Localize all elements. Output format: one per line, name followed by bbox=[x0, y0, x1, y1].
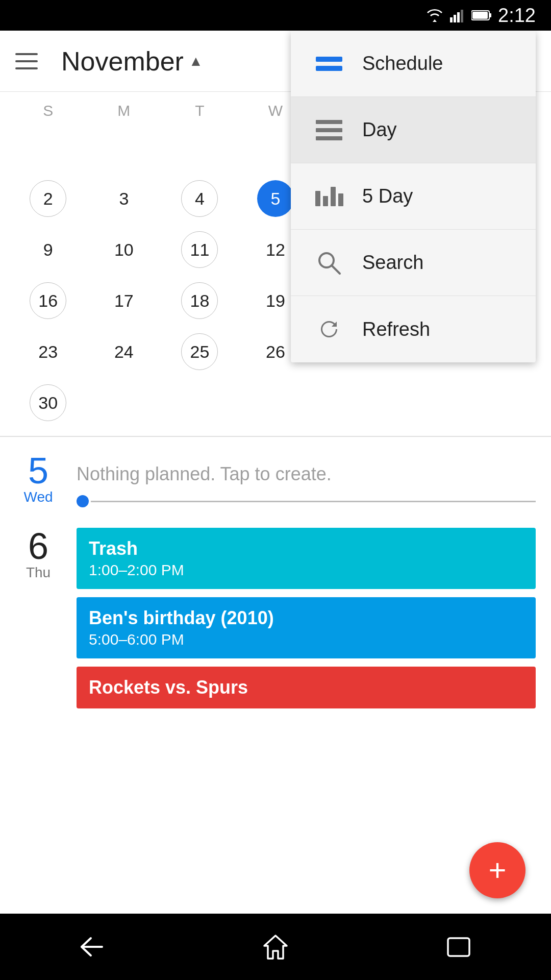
month-title: November bbox=[61, 46, 184, 77]
day-icon bbox=[311, 120, 347, 140]
fab-plus-icon: + bbox=[488, 855, 506, 886]
schedule-day6-num: 6 bbox=[15, 528, 61, 565]
time-line bbox=[91, 501, 536, 502]
cal-day-empty bbox=[313, 380, 389, 426]
svg-rect-6 bbox=[472, 12, 488, 19]
hamburger-line-3 bbox=[15, 67, 38, 69]
cal-day-18[interactable]: 18 bbox=[162, 278, 238, 324]
cal-day-2[interactable]: 2 bbox=[10, 176, 86, 222]
day-header-sun: S bbox=[10, 102, 86, 119]
hamburger-line-2 bbox=[15, 60, 38, 62]
cal-day-empty bbox=[465, 380, 541, 426]
schedule-day5-row: 5 Wed Nothing planned. Tap to create. bbox=[15, 437, 536, 512]
dropdown-day-label: Day bbox=[362, 119, 397, 141]
bottom-nav bbox=[0, 914, 551, 980]
day-header-tue: T bbox=[162, 102, 238, 119]
time-dot bbox=[77, 495, 89, 507]
status-time: 2:12 bbox=[498, 5, 536, 27]
cal-day-30[interactable]: 30 bbox=[10, 380, 86, 426]
event-card-trash[interactable]: Trash 1:00–2:00 PM bbox=[77, 528, 536, 589]
schedule-day5-content: Nothing planned. Tap to create. bbox=[77, 452, 536, 507]
cal-day-23[interactable]: 23 bbox=[10, 329, 86, 375]
dropdown-item-day[interactable]: Day bbox=[291, 97, 536, 163]
schedule-day5-num: 5 bbox=[15, 452, 61, 489]
schedule-section: 5 Wed Nothing planned. Tap to create. 6 … bbox=[0, 437, 551, 722]
schedule-day5-label: 5 Wed bbox=[15, 452, 61, 505]
signal-icon bbox=[450, 8, 465, 22]
cal-day-empty bbox=[10, 125, 86, 170]
cal-day-empty bbox=[389, 380, 465, 426]
cal-day-10[interactable]: 10 bbox=[86, 227, 162, 273]
cal-day-empty bbox=[238, 380, 314, 426]
dropdown-menu: Schedule Day bbox=[291, 31, 536, 362]
event-rockets-title: Rockets vs. Spurs bbox=[89, 677, 523, 698]
search-icon bbox=[311, 250, 347, 276]
dropdown-refresh-label: Refresh bbox=[362, 318, 430, 340]
schedule-day6-content: Trash 1:00–2:00 PM Ben's birthday (2010)… bbox=[77, 528, 536, 717]
svg-line-8 bbox=[332, 265, 340, 274]
status-icons: 2:12 bbox=[425, 5, 536, 27]
cal-day-empty bbox=[162, 125, 238, 170]
back-arrow-icon bbox=[77, 934, 107, 960]
cal-day-16[interactable]: 16 bbox=[10, 278, 86, 324]
cal-day-25[interactable]: 25 bbox=[162, 329, 238, 375]
schedule-day6-row: 6 Thu Trash 1:00–2:00 PM Ben's birthday … bbox=[15, 512, 536, 722]
cal-day-empty bbox=[86, 125, 162, 170]
dropdown-5day-label: 5 Day bbox=[362, 185, 413, 207]
event-birthday-title: Ben's birthday (2010) bbox=[89, 607, 523, 629]
svg-marker-10 bbox=[264, 936, 287, 959]
svg-rect-2 bbox=[457, 12, 460, 22]
event-card-bens-birthday[interactable]: Ben's birthday (2010) 5:00–6:00 PM bbox=[77, 597, 536, 658]
cal-day-empty bbox=[86, 380, 162, 426]
schedule-day5-name: Wed bbox=[15, 489, 61, 505]
svg-rect-0 bbox=[450, 17, 453, 22]
hamburger-line-1 bbox=[15, 53, 38, 55]
event-card-rockets[interactable]: Rockets vs. Spurs bbox=[77, 667, 536, 708]
dropdown-item-refresh[interactable]: Refresh bbox=[291, 296, 536, 362]
schedule-day6-label: 6 Thu bbox=[15, 528, 61, 581]
cal-day-4[interactable]: 4 bbox=[162, 176, 238, 222]
schedule-day6-name: Thu bbox=[15, 565, 61, 581]
dropdown-search-label: Search bbox=[362, 252, 423, 274]
time-indicator bbox=[77, 495, 536, 507]
svg-rect-11 bbox=[448, 938, 469, 956]
event-trash-title: Trash bbox=[89, 538, 523, 559]
refresh-icon bbox=[311, 316, 347, 342]
battery-icon bbox=[471, 10, 492, 21]
recents-icon bbox=[445, 936, 473, 959]
dropdown-schedule-label: Schedule bbox=[362, 53, 443, 75]
svg-rect-1 bbox=[454, 15, 456, 22]
dropdown-item-schedule[interactable]: Schedule bbox=[291, 31, 536, 97]
status-bar: 2:12 bbox=[0, 0, 551, 31]
home-icon bbox=[262, 933, 290, 961]
cal-day-9[interactable]: 9 bbox=[10, 227, 86, 273]
nav-back-button[interactable] bbox=[66, 926, 117, 967]
nav-home-button[interactable] bbox=[250, 926, 301, 967]
hamburger-button[interactable] bbox=[15, 46, 46, 77]
nav-recents-button[interactable] bbox=[434, 926, 485, 967]
cal-day-24[interactable]: 24 bbox=[86, 329, 162, 375]
schedule-icon bbox=[311, 57, 347, 71]
svg-rect-3 bbox=[461, 10, 463, 22]
cal-day-empty bbox=[162, 380, 238, 426]
svg-rect-5 bbox=[489, 13, 491, 17]
nothing-planned-text: Nothing planned. Tap to create. bbox=[77, 463, 536, 485]
cal-day-11[interactable]: 11 bbox=[162, 227, 238, 273]
event-birthday-time: 5:00–6:00 PM bbox=[89, 631, 523, 648]
add-event-fab[interactable]: + bbox=[469, 842, 525, 898]
fiveday-icon bbox=[311, 187, 347, 206]
dropdown-item-search[interactable]: Search bbox=[291, 230, 536, 296]
month-dropdown-arrow: ▲ bbox=[189, 53, 203, 69]
cal-day-17[interactable]: 17 bbox=[86, 278, 162, 324]
event-trash-time: 1:00–2:00 PM bbox=[89, 561, 523, 579]
day-header-mon: M bbox=[86, 102, 162, 119]
dropdown-item-5day[interactable]: 5 Day bbox=[291, 163, 536, 230]
wifi-icon bbox=[425, 8, 444, 22]
cal-day-3[interactable]: 3 bbox=[86, 176, 162, 222]
top-bar: November ▲ 5 Schedule bbox=[0, 31, 551, 92]
